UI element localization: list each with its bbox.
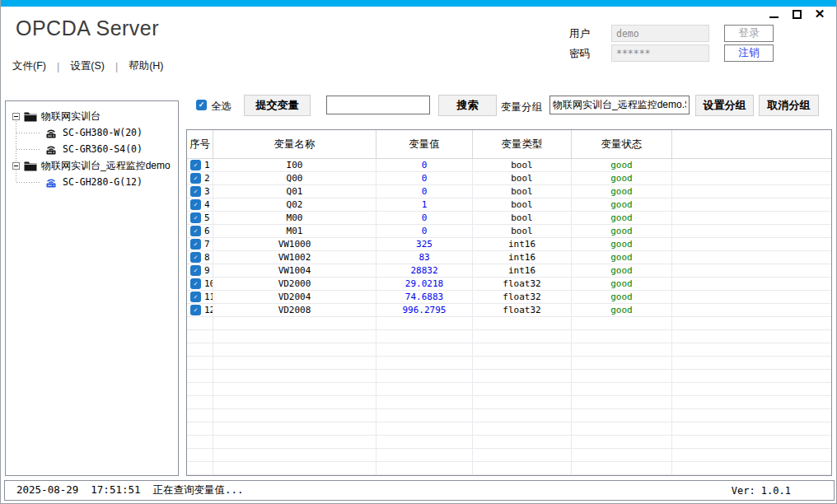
cell-type (473, 343, 572, 356)
table-row[interactable]: ✓1I000boolgood (187, 159, 831, 172)
logout-button[interactable]: 注销 (724, 44, 774, 62)
cell-status: good (572, 278, 672, 290)
table-row (187, 357, 831, 370)
variable-table-header: 序号 变量名称 变量值 变量类型 变量状态 (187, 130, 831, 159)
cell-type: bool (473, 198, 572, 211)
row-checkbox[interactable]: ✓ (190, 199, 201, 210)
row-checkbox[interactable]: ✓ (190, 292, 201, 302)
cell-index: ✓8 (187, 251, 213, 264)
row-checkbox[interactable]: ✓ (190, 212, 201, 223)
table-row[interactable]: ✓7VW1000325int16good (187, 238, 831, 251)
table-row[interactable]: ✓4Q021boolgood (187, 198, 831, 212)
search-input[interactable] (326, 96, 430, 114)
device-icon (44, 176, 58, 188)
cell-name: VD2004 (213, 291, 376, 303)
cell-type (473, 396, 572, 408)
minimize-icon (769, 16, 779, 18)
row-checkbox[interactable]: ✓ (190, 186, 201, 197)
cell-value: 996.2795 (376, 304, 473, 316)
password-input[interactable] (611, 44, 709, 62)
row-checkbox[interactable]: ✓ (190, 265, 201, 276)
cancel-group-button[interactable]: 取消分组 (759, 95, 819, 116)
tree-device-0-0[interactable]: SC-GH380-W(20) (6, 124, 178, 141)
cell-spacer (672, 304, 831, 316)
table-row (187, 449, 831, 462)
table-row[interactable]: ✓10VD200029.0218float32good (187, 278, 831, 291)
row-checkbox[interactable]: ✓ (190, 239, 201, 250)
cell-value: 29.0218 (376, 278, 473, 290)
menubar: 文件(F) | 设置(S) | 帮助(H) (12, 59, 164, 73)
submit-variables-button[interactable]: 提交变量 (244, 95, 311, 116)
table-row[interactable]: ✓11VD200474.6883float32good (187, 291, 831, 304)
device-tree-panel: 物联网实训台SC-GH380-W(20)SC-GR360-S4(0)物联网实训台… (5, 100, 179, 476)
cell-type (473, 422, 572, 435)
cell-name: Q00 (213, 172, 376, 184)
tree-device-0-1[interactable]: SC-GR360-S4(0) (6, 141, 178, 157)
table-row[interactable]: ✓2Q000boolgood (187, 172, 831, 185)
row-checkbox[interactable]: ✓ (190, 160, 201, 170)
table-row[interactable]: ✓6M010boolgood (187, 225, 831, 238)
cell-spacer (672, 449, 831, 461)
select-all-checkbox[interactable]: ✓ (196, 100, 207, 110)
cell-type: int16 (473, 251, 572, 264)
cell-type: int16 (473, 238, 572, 250)
cell-index: ✓6 (187, 225, 213, 237)
cell-name (213, 383, 376, 395)
login-button[interactable]: 登录 (724, 25, 774, 42)
group-input[interactable] (549, 96, 690, 114)
table-row[interactable]: ✓12VD2008996.2795float32good (187, 304, 831, 317)
cell-status (572, 370, 672, 382)
window-controls: ✕ (767, 7, 826, 21)
tree-device-1-0[interactable]: SC-GH280-G(12) (6, 174, 178, 190)
tree-device-label: SC-GR360-S4(0) (63, 143, 143, 155)
cell-status (572, 409, 672, 422)
minimize-button[interactable] (767, 7, 780, 21)
row-checkbox[interactable]: ✓ (190, 278, 201, 289)
cell-name (213, 449, 376, 461)
cell-name (213, 357, 376, 369)
row-checkbox[interactable]: ✓ (190, 173, 201, 184)
cell-name: VD2000 (213, 278, 376, 290)
menu-help[interactable]: 帮助(H) (129, 59, 163, 73)
table-row[interactable]: ✓5M000boolgood (187, 212, 831, 225)
tree-group-1[interactable]: 物联网实训台_远程监控demo (6, 157, 178, 174)
menu-separator: | (57, 61, 59, 72)
cell-status: good (572, 225, 672, 237)
menu-file[interactable]: 文件(F) (12, 59, 46, 73)
cell-type: bool (473, 225, 572, 237)
table-row[interactable]: ✓8VW100283int16good (187, 251, 831, 264)
collapse-toggle-icon[interactable] (12, 113, 20, 120)
row-checkbox[interactable]: ✓ (190, 252, 201, 263)
cell-type: int16 (473, 264, 572, 277)
cell-value (376, 343, 473, 356)
search-button[interactable]: 搜索 (438, 95, 497, 116)
cell-index (187, 317, 213, 329)
cell-spacer (672, 212, 831, 224)
table-row (187, 436, 831, 449)
set-group-button[interactable]: 设置分组 (695, 95, 754, 116)
cell-value (376, 396, 473, 408)
row-checkbox[interactable]: ✓ (190, 305, 201, 315)
collapse-toggle-icon[interactable] (12, 162, 20, 170)
cell-value (376, 330, 473, 343)
cell-status (572, 357, 672, 369)
folder-icon (24, 161, 37, 171)
cell-value (376, 462, 473, 474)
user-input[interactable] (611, 25, 709, 42)
row-number: 9 (204, 265, 210, 276)
table-row (187, 383, 831, 396)
cell-status (572, 436, 672, 448)
status-bar: 2025-08-29 17:51:51 正在查询变量值... Ver: 1.0.… (4, 480, 835, 501)
cell-type: float32 (473, 291, 572, 303)
table-row[interactable]: ✓3Q010boolgood (187, 185, 831, 198)
maximize-button[interactable] (790, 7, 803, 21)
cell-spacer (672, 198, 831, 211)
menu-settings[interactable]: 设置(S) (70, 59, 105, 73)
device-tree: 物联网实训台SC-GH380-W(20)SC-GR360-S4(0)物联网实训台… (6, 101, 178, 475)
row-checkbox[interactable]: ✓ (190, 226, 201, 236)
close-button[interactable]: ✕ (813, 7, 826, 21)
tree-group-0[interactable]: 物联网实训台 (6, 108, 178, 124)
cell-index (187, 449, 213, 461)
cell-type (473, 357, 572, 369)
table-row[interactable]: ✓9VW100428832int16good (187, 264, 831, 278)
